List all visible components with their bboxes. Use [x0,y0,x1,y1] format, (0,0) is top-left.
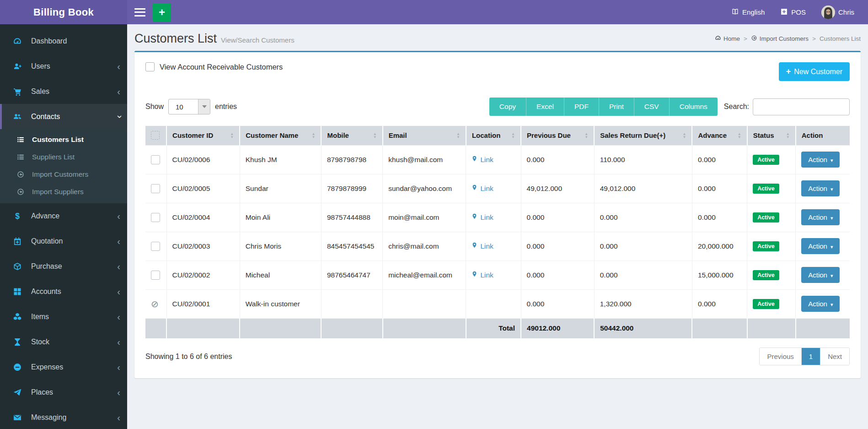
cell-customer-name: Khush JM [246,156,277,163]
map-marker-icon [472,241,477,251]
sidebar-item-purchase[interactable]: Purchase‹ [0,254,127,279]
language-menu[interactable]: English [731,8,765,17]
column-header-location[interactable]: Location▲▼ [466,126,521,145]
action-dropdown-button[interactable]: Action▾ [801,267,840,283]
column-label: Advance [698,131,727,139]
quick-add-button[interactable]: + [153,3,171,22]
chevron-left-icon: ‹ [117,287,120,296]
export-print-button[interactable]: Print [599,98,634,116]
cell-sales-return-due: 0.000 [600,213,618,221]
sidebar-item-stock[interactable]: Stock‹ [0,329,127,354]
sidebar-subitem-suppliers-list[interactable]: Suppliers List [0,148,127,166]
column-header-email[interactable]: Email▲▼ [383,126,466,145]
page-length-select[interactable]: 10 [168,99,210,114]
sidebar-item-dashboard[interactable]: Dashboard [0,28,127,54]
export-copy-button[interactable]: Copy [489,98,526,116]
select-all-checkbox[interactable] [151,131,160,140]
navbar-right: English POS Chris [731,0,854,24]
cell-advance: 0.000 [698,213,716,221]
sidebar-subitem-label: Suppliers List [32,153,75,161]
row-checkbox[interactable] [151,213,160,222]
sidebar-item-advance[interactable]: $Advance‹ [0,203,127,228]
total-empty-cell [383,318,466,338]
action-dropdown-button[interactable]: Action▾ [801,296,840,312]
action-dropdown-button[interactable]: Action▾ [801,180,840,196]
sidebar-item-places[interactable]: Places‹ [0,380,127,405]
column-header-customer-name[interactable]: Customer Name▲▼ [240,126,321,145]
sidebar-item-messaging[interactable]: Messaging‹ [0,405,127,429]
row-checkbox[interactable] [151,271,160,280]
action-dropdown-button[interactable]: Action▾ [801,209,840,225]
row-checkbox[interactable] [151,242,160,251]
pagination-page-1[interactable]: 1 [801,348,820,365]
location-link[interactable]: Link [472,241,493,251]
sidebar-item-sales[interactable]: Sales‹ [0,79,127,104]
column-header-previous-due[interactable]: Previous Due▲▼ [521,126,594,145]
new-customer-button[interactable]: + New Customer [779,62,850,81]
chevron-left-icon: ‹ [117,413,120,422]
pos-button[interactable]: POS [780,8,806,17]
sidebar-item-users[interactable]: Users‹ [0,54,127,79]
main-content: Customers List View/Search Customers Hom… [127,24,868,429]
action-dropdown-button[interactable]: Action▾ [801,238,840,254]
sidebar-subitem-customers-list[interactable]: Customers List [0,131,127,148]
column-header-action: Action [796,126,850,145]
gauge-icon [13,37,25,46]
total-sales-return-due: 50442.000 [594,318,692,338]
sidebar-item-quotation[interactable]: Quotation‹ [0,228,127,254]
cell-mobile: 8798798798 [327,156,366,163]
sidebar-item-accounts[interactable]: Accounts‹ [0,279,127,304]
location-link[interactable]: Link [472,184,493,193]
sidebar-item-label: Dashboard [31,37,67,45]
export-pdf-button[interactable]: PDF [564,98,599,116]
sidebar-subitem-import-suppliers[interactable]: Import Suppliers [0,183,127,201]
column-header-mobile[interactable]: Mobile▲▼ [321,126,382,145]
row-checkbox[interactable] [151,155,160,164]
column-header-customer-id[interactable]: Customer ID▲▼ [166,126,240,145]
sidebar-subitem-import-customers[interactable]: Import Customers [0,166,127,183]
cell-customer-id: CU/02/0004 [172,213,210,221]
sidebar-item-items[interactable]: Items‹ [0,304,127,329]
location-link[interactable]: Link [472,270,493,280]
total-label: Total [466,318,521,338]
caret-down-icon: ▾ [830,186,833,192]
location-link[interactable]: Link [472,212,493,222]
breadcrumb: Home>Import Customers>Customers List [715,35,861,43]
cart-icon [13,87,25,96]
brand-logo[interactable]: Billing Book [0,0,127,24]
breadcrumb-import-customers[interactable]: Import Customers [751,35,809,43]
export-csv-button[interactable]: CSV [634,98,670,116]
breadcrumb-home[interactable]: Home [715,35,740,43]
column-header-sales-return-due[interactable]: Sales Return Due(+)▲▼ [594,126,692,145]
import-icon [16,170,27,179]
user-menu[interactable]: Chris [821,5,854,19]
export-columns-button[interactable]: Columns [670,98,718,116]
cell-sales-return-due: 110.000 [600,156,625,163]
sidebar-item-expenses[interactable]: Expenses‹ [0,354,127,380]
column-header-advance[interactable]: Advance▲▼ [692,126,747,145]
export-excel-button[interactable]: Excel [526,98,564,116]
breadcrumb-separator: > [812,35,816,42]
caret-down-icon: ▾ [830,157,833,163]
sidebar-subitem-label: Customers List [32,136,84,144]
cell-customer-name: Sundar [246,185,268,192]
sidebar-item-label: Purchase [31,262,62,271]
row-checkbox[interactable] [151,184,160,193]
caret-down-icon: ▾ [830,302,833,307]
map-marker-icon [472,212,477,222]
receivable-filter-checkbox[interactable] [145,62,155,71]
sidebar-item-label: Stock [31,338,49,346]
pagination-previous-button[interactable]: Previous [760,348,801,365]
pagination-next-button[interactable]: Next [820,348,849,365]
column-header-status[interactable]: Status▲▼ [747,126,796,145]
column-label: Location [472,131,501,139]
action-dropdown-button[interactable]: Action▾ [801,152,840,168]
sort-icon: ▲▼ [373,132,377,139]
search-input[interactable] [753,98,850,115]
cell-customer-name: Chris Moris [246,242,281,250]
navbar-left: + [127,0,171,24]
sidebar-item-contacts[interactable]: Contacts‹ [0,104,127,129]
sidebar-toggle-icon[interactable] [134,8,145,16]
location-link[interactable]: Link [472,155,493,164]
status-badge: Active [753,299,779,309]
